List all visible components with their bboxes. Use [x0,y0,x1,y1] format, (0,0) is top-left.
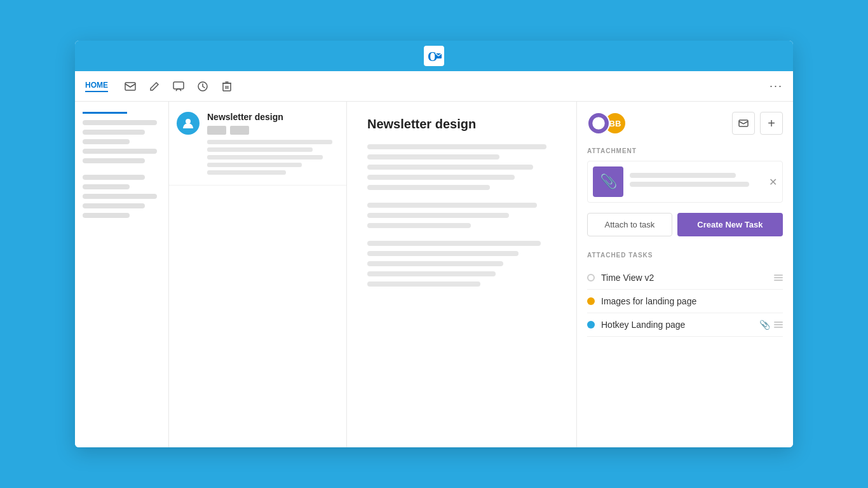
reading-body-section-2 [367,203,556,228]
sidebar-item[interactable] [83,139,130,144]
reading-line [367,144,546,149]
reading-line [367,261,503,266]
sidebar-item[interactable] [83,194,157,199]
reading-body-section-3 [367,241,556,287]
create-new-task-button[interactable]: Create New Task [677,213,783,236]
attachment-section-label: ATTACHMENT [587,147,783,154]
sidebar-item[interactable] [83,120,157,125]
comment-icon[interactable] [172,79,186,93]
panel-header: BB + [587,112,783,135]
email-line [207,163,302,167]
email-content: Newsletter design [207,112,339,175]
reading-line [367,185,490,190]
task-name: Time View v2 [601,273,768,283]
reading-line [367,271,496,276]
attach-to-task-button[interactable]: Attach to task [587,213,672,236]
add-action-button[interactable]: + [760,112,783,135]
attachment-icon: 📎 [593,166,623,197]
email-preview-lines [207,140,339,175]
svg-point-7 [186,119,191,124]
email-line [207,147,313,152]
reading-line [367,213,509,218]
email-line [207,170,286,175]
reading-line [367,165,533,170]
svg-point-9 [597,122,600,125]
task-menu-icon[interactable] [774,322,783,328]
attachment-close-button[interactable]: ✕ [769,176,777,188]
svg-rect-3 [125,83,135,90]
sidebar-item[interactable] [83,130,145,135]
app-window: O HOME [75,41,793,447]
email-badge-2 [230,126,249,135]
sidebar-item[interactable] [83,184,130,189]
email-item[interactable]: Newsletter design [169,102,346,186]
sidebar [75,102,169,447]
attachment-info [630,173,763,191]
clock-icon[interactable] [196,79,210,93]
email-badges [207,126,339,135]
panel-avatars: BB [587,112,627,135]
task-name: Hotkey Landing page [601,320,753,330]
reading-line [367,281,480,287]
task-status-dot [587,297,595,305]
title-bar: O [75,41,793,71]
reading-line [367,251,519,256]
edit-icon[interactable] [147,79,161,93]
crm-avatar [587,112,610,135]
trash-icon[interactable] [220,79,234,93]
email-title: Newsletter design [207,112,339,122]
email-line [207,140,332,144]
task-icons: 📎 [759,320,783,330]
task-buttons: Attach to task Create New Task [587,213,783,236]
sidebar-item[interactable] [83,149,157,154]
reading-title: Newsletter design [367,117,556,132]
reading-line [367,241,541,246]
email-badge-1 [207,126,226,135]
reading-body-section-1 [367,144,556,190]
svg-rect-4 [173,82,184,89]
svg-rect-10 [739,120,748,126]
reading-line [367,203,537,208]
outlook-logo-box: O [424,46,444,66]
reading-line [367,223,471,228]
task-status-dot [587,274,595,281]
task-item-1[interactable]: Time View v2 [587,266,783,290]
email-action-button[interactable] [732,112,755,135]
sidebar-item[interactable] [83,203,145,208]
email-line [207,155,323,159]
avatar [177,112,200,135]
tab-home[interactable]: HOME [85,81,108,92]
attachment-detail-line [630,182,749,187]
task-menu-icon[interactable] [774,274,783,281]
attachment-card: 📎 ✕ [587,161,783,203]
attachment-name-line [630,173,736,178]
toolbar: HOME [75,71,793,102]
task-icons [774,274,783,281]
reading-line [367,154,499,159]
sidebar-item[interactable] [83,213,130,218]
attached-tasks-label: ATTACHED TASKS [587,252,783,259]
right-panel: BB + ATTACHMENT 📎 [577,102,793,447]
reading-line [367,175,515,180]
sidebar-active-indicator [83,112,127,114]
task-item-3[interactable]: Hotkey Landing page 📎 [587,313,783,337]
panel-actions: + [732,112,783,135]
task-name: Images for landing page [601,296,783,306]
sidebar-group-2 [83,175,161,218]
reading-pane: Newsletter design [347,102,577,447]
sidebar-item[interactable] [83,175,145,180]
email-list: Newsletter design [169,102,347,447]
task-item-2[interactable]: Images for landing page [587,290,783,313]
sidebar-group-1 [83,120,161,163]
outlook-logo: O [424,46,444,66]
more-options-icon[interactable]: ··· [770,79,783,93]
mail-icon[interactable] [123,79,137,93]
task-status-dot [587,321,595,329]
sidebar-item[interactable] [83,158,145,163]
task-attachment-icon: 📎 [759,320,770,330]
main-area: Newsletter design Newslette [75,102,793,447]
